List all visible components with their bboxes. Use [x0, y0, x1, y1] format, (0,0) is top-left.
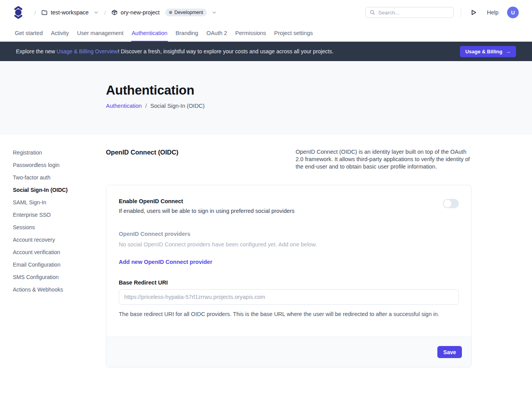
top-header: / test-workspace / ory-new-project Devel…	[0, 0, 532, 25]
enable-oidc-toggle[interactable]	[443, 199, 459, 208]
project-name: ory-new-project	[121, 9, 160, 16]
oidc-settings-card: Enable OpenID Connect If enabled, users …	[106, 185, 472, 367]
tab-get-started[interactable]: Get started	[14, 25, 43, 42]
base-redirect-uri-input[interactable]	[119, 289, 459, 305]
banner-usage-billing-link[interactable]: Usage & Billing Overview	[56, 48, 118, 54]
add-provider-link[interactable]: Add new OpenID Connect provider	[119, 259, 459, 265]
search-input[interactable]	[378, 10, 449, 16]
page-hero: Authentication Authentication / Social S…	[0, 61, 532, 135]
page-breadcrumb: Authentication / Social Sign-In (OIDC)	[106, 103, 532, 109]
tab-permissions[interactable]: Permissions	[235, 25, 266, 42]
tab-activity[interactable]: Activity	[51, 25, 69, 42]
environment-badge-label: Development	[174, 10, 203, 15]
breadcrumb-authentication-link[interactable]: Authentication	[106, 103, 142, 109]
search-box[interactable]	[365, 7, 454, 18]
tab-oauth2[interactable]: OAuth 2	[206, 25, 227, 42]
workspace-name: test-workspace	[51, 9, 89, 16]
sidebar-item-account-recovery[interactable]: Account recovery	[13, 235, 106, 248]
sidebar-item-email-configuration[interactable]: Email Configuration	[13, 260, 106, 273]
chevron-down-icon	[93, 10, 99, 15]
base-redirect-uri-help: The base redirect URI for all OIDC provi…	[119, 311, 459, 317]
toggle-knob	[444, 200, 451, 207]
tab-project-settings[interactable]: Project settings	[274, 25, 313, 42]
usage-billing-button-label: Usage & Billing	[465, 49, 502, 54]
sidebar-item-sms-configuration[interactable]: SMS Configuration	[13, 273, 106, 285]
environment-badge: Development	[165, 9, 207, 16]
environment-dot-icon	[169, 11, 172, 14]
section-description: OpenID Connect (OIDC) is an identity lay…	[296, 148, 472, 170]
section-header: OpenID Connect (OIDC) OpenID Connect (OI…	[106, 148, 472, 170]
sidebar-item-social-sign-in[interactable]: Social Sign-In (OIDC)	[13, 186, 106, 198]
banner-text-after: ! Discover a fresh, insightful way to ex…	[118, 48, 333, 54]
user-avatar[interactable]: U	[507, 7, 519, 18]
base-redirect-uri-label: Base Redirect URI	[119, 279, 459, 286]
content-area: Registration Passwordless login Two-fact…	[0, 135, 532, 399]
folder-icon	[41, 9, 48, 16]
banner-text-before: Explore the new	[16, 48, 56, 54]
header-divider	[461, 7, 461, 18]
tab-authentication[interactable]: Authentication	[131, 25, 168, 42]
arrow-right-icon: →	[506, 49, 511, 54]
ory-logo-icon[interactable]	[13, 6, 23, 19]
play-icon	[471, 9, 477, 16]
sidebar-item-registration[interactable]: Registration	[13, 148, 106, 161]
providers-empty-message: No social OpenID Connect providers have …	[119, 241, 459, 248]
sidebar-item-two-factor-auth[interactable]: Two-factor auth	[13, 173, 106, 186]
usage-billing-button[interactable]: Usage & Billing →	[460, 46, 516, 57]
workspace-breadcrumb[interactable]: test-workspace	[41, 9, 99, 16]
save-button[interactable]: Save	[437, 346, 462, 358]
sidebar-item-actions-webhooks[interactable]: Actions & Webhooks	[13, 285, 106, 298]
project-breadcrumb[interactable]: ory-new-project Development	[111, 9, 217, 16]
package-icon	[111, 9, 118, 16]
sidebar-item-passwordless-login[interactable]: Passwordless login	[13, 161, 106, 173]
enable-oidc-title: Enable OpenID Connect	[119, 198, 294, 204]
settings-sidebar: Registration Passwordless login Two-fact…	[13, 148, 106, 367]
breadcrumb-current: Social Sign-In (OIDC)	[150, 103, 204, 109]
help-link[interactable]: Help	[487, 9, 499, 16]
enable-oidc-text: Enable OpenID Connect If enabled, users …	[119, 198, 294, 214]
tab-branding[interactable]: Branding	[175, 25, 199, 42]
chevron-down-icon	[211, 10, 217, 15]
section-title: OpenID Connect (OIDC)	[106, 148, 178, 170]
banner-text: Explore the new Usage & Billing Overview…	[16, 48, 334, 54]
card-footer: Save	[106, 337, 471, 367]
enable-oidc-row: Enable OpenID Connect If enabled, users …	[119, 198, 459, 214]
oidc-card-body: Enable OpenID Connect If enabled, users …	[106, 185, 471, 337]
usage-billing-banner: Explore the new Usage & Billing Overview…	[0, 42, 532, 61]
search-icon	[370, 9, 375, 16]
header-right-group: Help U	[365, 7, 519, 18]
sidebar-item-saml-sign-in[interactable]: SAML Sign-In	[13, 198, 106, 211]
breadcrumb-separator: /	[34, 9, 36, 16]
breadcrumb-separator: /	[145, 103, 147, 109]
playground-button[interactable]	[470, 9, 477, 16]
sidebar-item-account-verification[interactable]: Account verification	[13, 248, 106, 260]
enable-oidc-description: If enabled, users will be able to sign i…	[119, 208, 294, 214]
tab-user-management[interactable]: User management	[77, 25, 124, 42]
main-panel: OpenID Connect (OIDC) OpenID Connect (OI…	[106, 148, 472, 367]
page-title: Authentication	[106, 83, 532, 98]
sidebar-item-sessions[interactable]: Sessions	[13, 223, 106, 235]
sidebar-item-enterprise-sso[interactable]: Enterprise SSO	[13, 211, 106, 223]
providers-section-title: OpenID Connect providers	[119, 231, 459, 237]
project-nav-tabs: Get started Activity User management Aut…	[0, 25, 532, 42]
breadcrumb-separator: /	[104, 9, 106, 16]
